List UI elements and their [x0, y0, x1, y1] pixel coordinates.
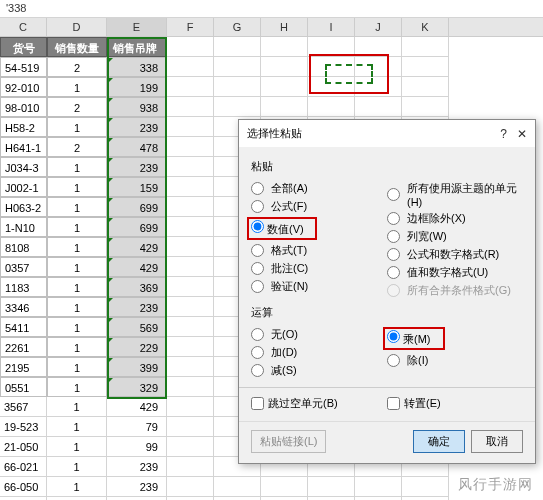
- radio-label[interactable]: 加(D): [271, 345, 297, 360]
- cell[interactable]: 5411: [0, 317, 47, 337]
- col-header-d[interactable]: D: [47, 18, 107, 36]
- cell[interactable]: 699: [107, 217, 167, 237]
- radio-option[interactable]: 列宽(W): [387, 229, 523, 244]
- radio-label[interactable]: 公式(F): [271, 199, 307, 214]
- cell[interactable]: 1: [47, 197, 107, 217]
- cell[interactable]: 1: [47, 257, 107, 277]
- cell[interactable]: [167, 137, 214, 157]
- cell[interactable]: [214, 97, 261, 117]
- cell[interactable]: 1: [47, 157, 107, 177]
- cell[interactable]: [167, 177, 214, 197]
- cell[interactable]: 21-050: [0, 437, 47, 457]
- col-header-c[interactable]: C: [0, 18, 47, 36]
- cell[interactable]: 239: [107, 297, 167, 317]
- cell[interactable]: [214, 37, 261, 57]
- cell[interactable]: H58-2: [0, 117, 47, 137]
- cell[interactable]: 699: [107, 197, 167, 217]
- formula-bar[interactable]: '338: [0, 0, 543, 18]
- radio-label[interactable]: 减(S): [271, 363, 297, 378]
- checkbox-icon[interactable]: [251, 397, 264, 410]
- radio-label[interactable]: 列宽(W): [407, 229, 447, 244]
- cell[interactable]: 1: [47, 397, 107, 417]
- checkbox-icon[interactable]: [387, 397, 400, 410]
- cell[interactable]: 1: [47, 77, 107, 97]
- cell[interactable]: 99: [107, 437, 167, 457]
- radio-option[interactable]: 无(O): [251, 327, 387, 342]
- cell[interactable]: 399: [107, 357, 167, 377]
- radio-icon[interactable]: [251, 280, 264, 293]
- cell[interactable]: J034-3: [0, 157, 47, 177]
- cell[interactable]: J002-1: [0, 177, 47, 197]
- cell[interactable]: 98-010: [0, 97, 47, 117]
- cell[interactable]: [167, 157, 214, 177]
- ok-button[interactable]: 确定: [413, 430, 465, 453]
- cell[interactable]: 79: [107, 417, 167, 437]
- cancel-button[interactable]: 取消: [471, 430, 523, 453]
- col-header-g[interactable]: G: [214, 18, 261, 36]
- radio-label[interactable]: 除(I): [407, 353, 428, 368]
- cell[interactable]: 2: [47, 97, 107, 117]
- cell[interactable]: 239: [107, 457, 167, 477]
- radio-option[interactable]: 数值(V): [251, 217, 387, 240]
- cell[interactable]: 338: [107, 57, 167, 77]
- skip-blanks-checkbox[interactable]: 跳过空单元(B): [251, 396, 387, 411]
- radio-icon[interactable]: [387, 188, 400, 201]
- transpose-checkbox[interactable]: 转置(E): [387, 396, 523, 411]
- cell[interactable]: 19-523: [0, 417, 47, 437]
- radio-icon[interactable]: [251, 220, 264, 233]
- cell[interactable]: 66-021: [0, 457, 47, 477]
- cell[interactable]: 1183: [0, 277, 47, 297]
- radio-label[interactable]: 所有使用源主题的单元(H): [407, 181, 523, 208]
- radio-label[interactable]: 乘(M): [403, 333, 431, 345]
- radio-icon[interactable]: [387, 248, 400, 261]
- cell[interactable]: 54-519: [0, 57, 47, 77]
- cell[interactable]: [167, 397, 214, 417]
- radio-label[interactable]: 边框除外(X): [407, 211, 466, 226]
- cell[interactable]: 3346: [0, 297, 47, 317]
- cell[interactable]: [355, 477, 402, 497]
- cell[interactable]: 199: [107, 77, 167, 97]
- cell[interactable]: 8108: [0, 237, 47, 257]
- cell[interactable]: [214, 57, 261, 77]
- radio-label[interactable]: 格式(T): [271, 243, 307, 258]
- cell[interactable]: 3567: [0, 397, 47, 417]
- cell[interactable]: [261, 97, 308, 117]
- cell[interactable]: [214, 477, 261, 497]
- col-header-k[interactable]: K: [402, 18, 449, 36]
- cell[interactable]: H641-1: [0, 137, 47, 157]
- cell[interactable]: [261, 57, 308, 77]
- cell[interactable]: 938: [107, 97, 167, 117]
- cell[interactable]: [167, 117, 214, 137]
- radio-option[interactable]: 除(I): [387, 353, 523, 368]
- cell[interactable]: 1: [47, 117, 107, 137]
- cell[interactable]: [355, 97, 402, 117]
- cell[interactable]: [167, 437, 214, 457]
- radio-icon[interactable]: [251, 328, 264, 341]
- cell[interactable]: 2261: [0, 337, 47, 357]
- radio-icon[interactable]: [387, 354, 400, 367]
- header-cell[interactable]: 货号: [0, 37, 47, 57]
- cell[interactable]: [308, 477, 355, 497]
- cell[interactable]: 329: [107, 377, 167, 397]
- radio-option[interactable]: 所有使用源主题的单元(H): [387, 181, 523, 208]
- col-header-j[interactable]: J: [355, 18, 402, 36]
- cell[interactable]: [167, 257, 214, 277]
- cell[interactable]: 1: [47, 337, 107, 357]
- cell[interactable]: [167, 197, 214, 217]
- cell[interactable]: [308, 97, 355, 117]
- radio-icon[interactable]: [387, 230, 400, 243]
- radio-icon[interactable]: [251, 364, 264, 377]
- radio-label[interactable]: 批注(C): [271, 261, 308, 276]
- radio-label[interactable]: 无(O): [271, 327, 298, 342]
- cell[interactable]: 1: [47, 377, 107, 397]
- cell[interactable]: 2: [47, 137, 107, 157]
- cell[interactable]: [167, 77, 214, 97]
- cell[interactable]: 1: [47, 457, 107, 477]
- radio-option[interactable]: 批注(C): [251, 261, 387, 276]
- cell[interactable]: 1: [47, 357, 107, 377]
- cell[interactable]: 239: [107, 117, 167, 137]
- cell[interactable]: 2: [47, 57, 107, 77]
- cell[interactable]: 1: [47, 237, 107, 257]
- radio-icon[interactable]: [387, 330, 400, 343]
- cell[interactable]: [261, 77, 308, 97]
